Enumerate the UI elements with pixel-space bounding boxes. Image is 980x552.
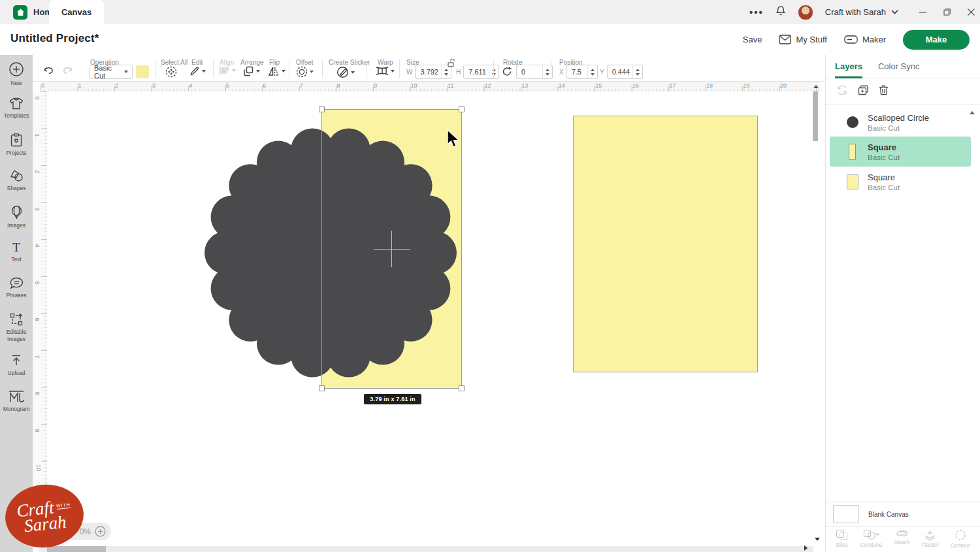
lock-open-icon[interactable] bbox=[447, 59, 455, 67]
tab-color-sync[interactable]: Color Sync bbox=[878, 55, 920, 78]
restore-button[interactable] bbox=[943, 8, 951, 16]
align-label: Align bbox=[220, 59, 234, 66]
sidebar-item-shapes[interactable]: Shapes bbox=[0, 163, 33, 199]
selection-handle-top-left[interactable] bbox=[319, 106, 325, 112]
blank-canvas-row[interactable]: Blank Canvas bbox=[826, 502, 980, 527]
blank-canvas-label: Blank Canvas bbox=[868, 511, 909, 518]
page-title: Untitled Project* bbox=[10, 32, 99, 45]
make-button[interactable]: Make bbox=[903, 30, 970, 50]
sidebar-item-projects[interactable]: Projects bbox=[0, 127, 33, 163]
close-button[interactable] bbox=[968, 8, 975, 16]
align-button[interactable] bbox=[220, 66, 236, 75]
arrange-button[interactable] bbox=[243, 66, 260, 76]
sidebar-item-upload[interactable]: Upload bbox=[0, 348, 33, 383]
sidebar-item-monogram[interactable]: Monogram bbox=[0, 383, 33, 419]
sidebar-item-new[interactable]: New bbox=[0, 55, 33, 91]
minimize-button[interactable] bbox=[919, 8, 926, 16]
sidebar-item-editable-images[interactable]: Editable Images bbox=[0, 306, 33, 348]
more-options-icon[interactable]: ••• bbox=[749, 7, 764, 18]
y-stepper[interactable] bbox=[632, 65, 642, 78]
selection-handle-bottom-right[interactable] bbox=[459, 385, 465, 391]
group-icon[interactable] bbox=[836, 85, 848, 98]
maker-machine-button[interactable]: Maker bbox=[844, 35, 886, 44]
my-stuff-button[interactable]: My Stuff bbox=[779, 35, 826, 44]
vertical-scrollbar-thumb[interactable] bbox=[813, 91, 818, 141]
width-prefix: W bbox=[406, 69, 412, 76]
logo-sarah: Sarah bbox=[24, 514, 67, 534]
width-value[interactable]: 3.792 bbox=[416, 68, 441, 76]
height-value[interactable]: 7.611 bbox=[464, 68, 489, 76]
scroll-right-arrow-icon[interactable] bbox=[804, 545, 808, 551]
edit-button[interactable] bbox=[189, 66, 206, 76]
text-icon: T bbox=[10, 241, 23, 253]
chevron-down-icon bbox=[310, 71, 314, 73]
zoom-in-icon[interactable] bbox=[95, 526, 106, 537]
square-shape-right[interactable] bbox=[573, 116, 758, 372]
width-field[interactable]: W 3.792 bbox=[406, 65, 451, 79]
operation-dropdown[interactable]: Basic Cut bbox=[90, 65, 133, 79]
chevron-down-icon bbox=[391, 70, 395, 73]
height-prefix: H bbox=[456, 69, 461, 76]
design-canvas[interactable]: 01234567891011121314151617181920 0123456… bbox=[33, 82, 825, 552]
create-sticker-label: Create Sticker bbox=[329, 59, 370, 66]
sidebar-item-phrases[interactable]: Phrases bbox=[0, 270, 33, 306]
warp-button[interactable] bbox=[376, 66, 395, 76]
account-name: Craft with Sarah bbox=[825, 7, 886, 17]
redo-button[interactable] bbox=[62, 66, 74, 75]
header-bar: Untitled Project* Save My Stuff Maker Ma… bbox=[0, 24, 980, 55]
combine-button[interactable]: Combine bbox=[860, 529, 882, 548]
attach-button[interactable]: Attach bbox=[894, 529, 909, 545]
undo-button[interactable] bbox=[42, 66, 54, 75]
position-x-field[interactable]: X 7.5 bbox=[559, 65, 598, 79]
rotate-field[interactable]: 0 bbox=[516, 65, 553, 79]
horizontal-ruler: 01234567891011121314151617181920 bbox=[41, 82, 820, 91]
create-sticker-button[interactable] bbox=[336, 66, 355, 78]
select-all-button[interactable] bbox=[165, 66, 177, 78]
window-tab-bar: Home Canvas ••• Craft with Sarah bbox=[0, 0, 980, 24]
chevron-down-icon bbox=[202, 70, 206, 73]
layer-thumbnail-circle bbox=[847, 116, 858, 128]
slice-button[interactable]: Slice bbox=[836, 529, 848, 548]
delete-trash-icon[interactable] bbox=[879, 84, 889, 98]
selection-handle-bottom-left[interactable] bbox=[319, 385, 325, 391]
selection-handle-top-right[interactable] bbox=[459, 106, 465, 112]
avatar[interactable] bbox=[798, 5, 813, 20]
layer-row-square[interactable]: Square Basic Cut bbox=[830, 167, 971, 197]
save-button[interactable]: Save bbox=[743, 35, 762, 44]
notifications-bell-icon[interactable] bbox=[776, 5, 786, 19]
layer-row-square-selected[interactable]: Square Basic Cut bbox=[830, 137, 971, 167]
upload-icon bbox=[10, 354, 23, 367]
layer-row-scalloped-circle[interactable]: Scalloped Circle Basic Cut bbox=[830, 107, 971, 137]
scroll-down-arrow-icon[interactable] bbox=[815, 538, 820, 541]
x-stepper[interactable] bbox=[587, 65, 597, 78]
rotate-value[interactable]: 0 bbox=[517, 68, 528, 76]
horizontal-scrollbar[interactable] bbox=[39, 546, 813, 552]
color-swatch[interactable] bbox=[136, 65, 149, 78]
operation-value: Basic Cut bbox=[94, 64, 124, 80]
sidebar-item-templates[interactable]: Templates bbox=[0, 91, 33, 127]
sidebar-item-text[interactable]: T Text bbox=[0, 235, 33, 270]
duplicate-icon[interactable] bbox=[858, 85, 869, 98]
scroll-up-arrow-icon[interactable] bbox=[813, 85, 819, 88]
offset-button[interactable] bbox=[296, 66, 314, 78]
editable-images-icon bbox=[10, 313, 23, 326]
monogram-icon bbox=[8, 390, 24, 403]
new-plus-icon bbox=[8, 61, 24, 77]
svg-text:T: T bbox=[12, 241, 20, 253]
zoom-level: 0% bbox=[80, 527, 91, 536]
canvas-tab[interactable]: Canvas bbox=[49, 0, 104, 24]
account-menu[interactable]: Craft with Sarah bbox=[825, 7, 898, 17]
contour-button[interactable]: Contour bbox=[951, 529, 970, 549]
y-value[interactable]: 0.444 bbox=[608, 68, 633, 76]
select-all-label: Select All bbox=[161, 59, 188, 66]
flip-button[interactable] bbox=[268, 66, 286, 76]
x-value[interactable]: 7.5 bbox=[567, 68, 584, 76]
position-y-field[interactable]: Y 0.444 bbox=[600, 65, 643, 79]
scalloped-circle-shape[interactable] bbox=[203, 125, 459, 381]
sidebar-item-images[interactable]: Images bbox=[0, 199, 33, 235]
flip-label: Flip bbox=[269, 59, 280, 66]
width-stepper[interactable] bbox=[441, 65, 451, 78]
tab-layers[interactable]: Layers bbox=[835, 55, 862, 78]
horizontal-scrollbar-thumb[interactable] bbox=[47, 546, 106, 552]
flatten-button[interactable]: Flatten bbox=[922, 529, 939, 548]
